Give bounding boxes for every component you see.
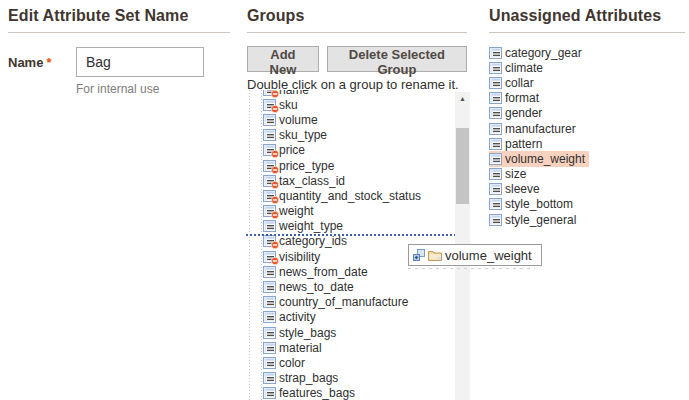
attribute-icon (263, 311, 276, 323)
tree-item-material[interactable]: material (246, 340, 455, 355)
unassigned-title: Unassigned Attributes (489, 0, 685, 25)
tree-item-name[interactable]: name (246, 90, 455, 97)
delete-selected-group-button[interactable]: Delete Selected Group (327, 46, 467, 72)
tree-item-style_bags[interactable]: style_bags (246, 325, 455, 340)
attribute-icon (489, 92, 502, 104)
unassigned-item-collar[interactable]: collar (489, 75, 538, 90)
tree-item-quantity_and_stock_status[interactable]: quantity_and_stock_status (246, 188, 455, 203)
attribute-label: volume_weight (505, 152, 585, 166)
name-form-row: Name* For internal use (8, 47, 230, 96)
unassigned-item-style_bottom[interactable]: style_bottom (489, 197, 577, 212)
unassigned-divider (489, 32, 685, 33)
attribute-icon (263, 296, 276, 308)
attribute-icon (489, 153, 502, 165)
attribute-icon (263, 372, 276, 384)
attribute-icon (263, 144, 276, 156)
attribute-label: gender (505, 106, 542, 120)
attribute-icon (263, 99, 276, 111)
tree-item-country_of_manufacture[interactable]: country_of_manufacture (246, 295, 455, 310)
groups-divider (247, 32, 467, 33)
unassigned-item-volume_weight[interactable]: volume_weight (489, 151, 589, 166)
attribute-label: strap_bags (279, 371, 338, 385)
scroll-thumb[interactable] (456, 128, 469, 204)
attribute-icon (263, 357, 276, 369)
tree-item-tax_class_id[interactable]: tax_class_id (246, 173, 455, 188)
unassigned-item-style_general[interactable]: style_general (489, 212, 580, 227)
attribute-label: sku_type (279, 128, 327, 142)
tree-item-news_from_date[interactable]: news_from_date (246, 264, 455, 279)
unassigned-item-sleeve[interactable]: sleeve (489, 182, 544, 197)
system-lock-badge-icon (271, 166, 279, 174)
attribute-icon (489, 77, 502, 89)
tree-item-price[interactable]: price (246, 143, 455, 158)
attribute-icon (489, 47, 502, 59)
tree-item-volume[interactable]: volume (246, 112, 455, 127)
scroll-up-button[interactable]: ▲ (455, 92, 470, 106)
name-field-note: For internal use (76, 82, 204, 96)
attribute-label: style_general (505, 213, 576, 227)
drag-ghost-outline (408, 268, 535, 269)
name-field-control: For internal use (76, 47, 204, 96)
name-input[interactable] (76, 47, 204, 77)
attribute-label: price (279, 143, 305, 157)
tree-item-activity[interactable]: activity (246, 310, 455, 325)
attribute-label: pattern (505, 137, 542, 151)
attribute-label: price_type (279, 159, 334, 173)
unassigned-item-gender[interactable]: gender (489, 106, 546, 121)
attribute-label: features_bags (279, 386, 355, 400)
unassigned-item-pattern[interactable]: pattern (489, 136, 546, 151)
system-lock-badge-icon (271, 150, 279, 158)
tree-item-weight_type[interactable]: weight_type (246, 219, 455, 234)
attribute-icon (263, 220, 276, 232)
attribute-icon (263, 175, 276, 187)
attribute-icon (489, 107, 502, 119)
tree-item-price_type[interactable]: price_type (246, 158, 455, 173)
attribute-label: style_bottom (505, 197, 573, 211)
tree-item-features_bags[interactable]: features_bags (246, 386, 455, 400)
unassigned-item-climate[interactable]: climate (489, 60, 547, 75)
attribute-icon (263, 251, 276, 263)
system-lock-badge-icon (271, 196, 279, 204)
tree-item-weight[interactable]: weight (246, 204, 455, 219)
attribute-label: material (279, 341, 322, 355)
attribute-icon (263, 205, 276, 217)
groups-panel: Groups Add New Delete Selected Group Dou… (247, 0, 467, 92)
attribute-label: sleeve (505, 182, 540, 196)
attribute-icon (263, 387, 276, 399)
edit-panel-divider (8, 32, 230, 33)
system-lock-badge-icon (271, 241, 279, 249)
unassigned-item-category_gear[interactable]: category_gear (489, 45, 586, 60)
tree-item-sku[interactable]: sku (246, 97, 455, 112)
name-field-label: Name* (8, 47, 76, 96)
tree-item-news_to_date[interactable]: news_to_date (246, 279, 455, 294)
drag-add-icon (413, 249, 425, 261)
attribute-label: name (279, 90, 309, 97)
tree-item-strap_bags[interactable]: strap_bags (246, 371, 455, 386)
name-label-text: Name (8, 55, 43, 70)
tree-item-color[interactable]: color (246, 355, 455, 370)
unassigned-item-size[interactable]: size (489, 167, 530, 182)
add-new-button[interactable]: Add New (247, 46, 319, 72)
edit-attribute-set-page: Edit Attribute Set Name Name* For intern… (0, 0, 689, 400)
unassigned-item-manufacturer[interactable]: manufacturer (489, 121, 580, 136)
drag-proxy-label: volume_weight (445, 248, 532, 263)
groups-toolbar: Add New Delete Selected Group (247, 46, 467, 72)
attribute-icon (489, 183, 502, 195)
attribute-label: quantity_and_stock_status (279, 189, 421, 203)
attribute-label: manufacturer (505, 122, 576, 136)
system-lock-badge-icon (271, 257, 279, 265)
system-lock-badge-icon (271, 90, 279, 98)
attribute-icon (263, 114, 276, 126)
attribute-icon (263, 235, 276, 247)
unassigned-list: category_gear climate collar format gend… (489, 45, 685, 227)
attribute-label: weight (279, 204, 314, 218)
attribute-icon (263, 190, 276, 202)
attribute-icon (489, 168, 502, 180)
tree-item-sku_type[interactable]: sku_type (246, 128, 455, 143)
attribute-icon (489, 214, 502, 226)
attribute-label: tax_class_id (279, 174, 345, 188)
unassigned-item-format[interactable]: format (489, 91, 543, 106)
attribute-icon (263, 129, 276, 141)
attribute-label: style_bags (279, 326, 336, 340)
page-title: Edit Attribute Set Name (8, 0, 230, 25)
